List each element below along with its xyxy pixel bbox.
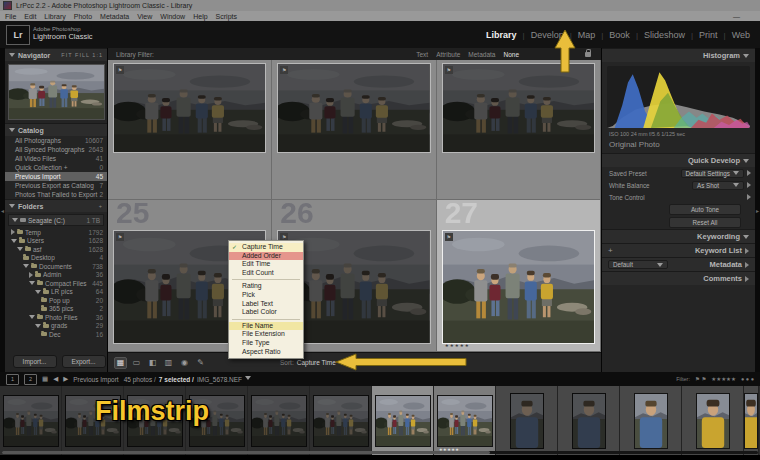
grid-cell[interactable]: ⚑ [272,60,436,200]
filmstrip-thumbnail[interactable] [558,386,620,455]
star-filter-icons[interactable]: ★★★★★ [711,376,736,382]
grid-view-icon[interactable]: ▦ [114,357,127,369]
folder-row[interactable]: asf1628 [5,245,107,254]
folder-row[interactable]: Pop up20 [5,296,107,305]
grid-shortcut-icon[interactable]: ▦ [42,375,48,383]
flag-icon[interactable]: ⚑ [445,66,453,74]
folder-row[interactable]: LR pics64 [5,288,107,297]
chevron-right-icon[interactable] [747,194,751,200]
import-button[interactable]: Import... [13,355,57,368]
catalog-item-previous-import[interactable]: Previous Import45 [5,172,107,181]
menu-item-capture-time[interactable]: ✓Capture Time [229,243,303,252]
saved-preset-dropdown[interactable]: Default Settings [681,169,744,178]
module-slideshow[interactable]: Slideshow [644,30,685,40]
quick-develop-header[interactable]: Quick Develop [602,153,755,167]
folder-row[interactable]: Temp1792 [5,228,107,237]
menu-item-edit-time[interactable]: Edit Time [229,260,303,269]
white-balance-dropdown[interactable]: As Shot [692,181,744,190]
module-book[interactable]: Book [609,30,630,40]
menu-item-added-order[interactable]: Added Order [229,252,303,261]
scrollbar-handle[interactable] [2,451,490,454]
filmstrip-source[interactable]: Previous Import [73,376,119,383]
histogram-header[interactable]: Histogram [602,48,755,62]
flag-filter-icons[interactable]: ⚑ ⚑ [695,376,706,382]
metadata-preset-dropdown[interactable]: Default [608,260,668,269]
folder-row[interactable]: Photo Files36 [5,313,107,322]
metadata-header[interactable]: Default Metadata [602,257,755,271]
lock-icon[interactable] [585,52,591,57]
auto-tone-button[interactable]: Auto Tone [669,204,741,215]
chevron-right-icon[interactable] [747,182,751,188]
filmstrip-thumbnail[interactable] [496,386,558,455]
navigator-preview[interactable] [8,64,105,120]
folder-row[interactable]: Admin36 [5,271,107,280]
comments-header[interactable]: Comments [602,271,755,285]
navigator-zoom-options[interactable]: FIT FILL 1:1 [61,52,103,58]
keyword-list-header[interactable]: + Keyword List [602,243,755,257]
flag-icon[interactable]: ⚑ [116,66,124,74]
grid-cell-selected[interactable]: 27 ⚑ ★★★★★ [437,200,601,352]
folders-header[interactable]: Folders + [5,199,107,212]
survey-view-icon[interactable]: ▥ [162,357,175,369]
filter-attribute[interactable]: Attribute [436,51,460,58]
folder-row[interactable]: Compact Files445 [5,279,107,288]
catalog-item-quick-collection[interactable]: Quick Collection +0 [5,163,107,172]
histogram[interactable] [607,66,750,128]
second-window-icon[interactable]: 2 [24,374,37,385]
loupe-view-icon[interactable]: ▭ [130,357,143,369]
menu-view[interactable]: View [137,13,152,20]
navigator-header[interactable]: Navigator FIT FILL 1:1 [5,48,107,61]
add-folder-button[interactable]: + [99,203,103,209]
catalog-item-all-video[interactable]: All Video Files41 [5,154,107,163]
keywording-header[interactable]: Keywording [602,229,755,243]
filmstrip-thumbnail[interactable] [310,386,372,455]
menu-photo[interactable]: Photo [74,13,92,20]
filmstrip-thumbnail[interactable] [0,386,62,455]
filter-none[interactable]: None [503,51,519,58]
menu-help[interactable]: Help [193,13,207,20]
reset-all-button[interactable]: Reset All [669,217,741,228]
folder-row[interactable]: Users1628 [5,237,107,246]
folder-row[interactable]: Dec16 [5,330,107,339]
menu-item-rating[interactable]: Rating [229,282,303,291]
menu-file[interactable]: File [5,13,16,20]
module-print[interactable]: Print [699,30,718,40]
filter-text[interactable]: Text [416,51,428,58]
menu-item-edit-count[interactable]: Edit Count [229,269,303,278]
menu-metadata[interactable]: Metadata [100,13,129,20]
catalog-header[interactable]: Catalog [5,123,107,136]
menu-window[interactable]: Window [160,13,185,20]
catalog-item-all-synced[interactable]: All Synced Photographs2643 [5,145,107,154]
export-button[interactable]: Export... [62,355,106,368]
chevron-right-icon[interactable] [747,170,751,176]
catalog-item-previous-export[interactable]: Previous Export as Catalog7 [5,181,107,190]
back-arrow-icon[interactable]: ◀ [53,375,58,383]
menu-item-label-text[interactable]: Label Text [229,300,303,309]
star-rating[interactable]: ★★★★★ [445,343,470,348]
filmstrip-breadcrumb[interactable]: 45 photos / 7 selected / IMG_5678.NEF [124,376,251,383]
right-panel-collapse[interactable]: ▸ [755,48,760,372]
menu-library[interactable]: Library [44,13,65,20]
filmstrip-thumbnail[interactable] [744,386,759,455]
menu-item-file-name[interactable]: File Name [229,322,303,331]
menu-item-file-extension[interactable]: File Extension [229,330,303,339]
flag-icon[interactable]: ⚑ [116,233,124,241]
menu-item-aspect-ratio[interactable]: Aspect Ratio [229,348,303,357]
module-web[interactable]: Web [732,30,750,40]
grid-cell[interactable]: ⚑ [108,60,272,200]
people-view-icon[interactable]: ◉ [178,357,191,369]
flag-icon[interactable]: ⚑ [280,66,288,74]
catalog-item-all-photographs[interactable]: All Photographs10607 [5,136,107,145]
filter-metadata[interactable]: Metadata [468,51,495,58]
folders-drive-row[interactable]: Seagate (C:) 1 TB [8,214,104,226]
menu-item-file-type[interactable]: File Type [229,339,303,348]
filmstrip-thumbnail[interactable] [620,386,682,455]
forward-arrow-icon[interactable]: ▶ [63,375,68,383]
menu-item-pick[interactable]: Pick [229,291,303,300]
grid-cell[interactable]: ⚑ [437,60,601,200]
painter-icon[interactable]: ✎ [194,357,207,369]
menu-edit[interactable]: Edit [24,13,36,20]
menu-scripts[interactable]: Scripts [216,13,237,20]
folder-row[interactable]: Documents738 [5,262,107,271]
minimize-button[interactable]: — [733,13,740,20]
